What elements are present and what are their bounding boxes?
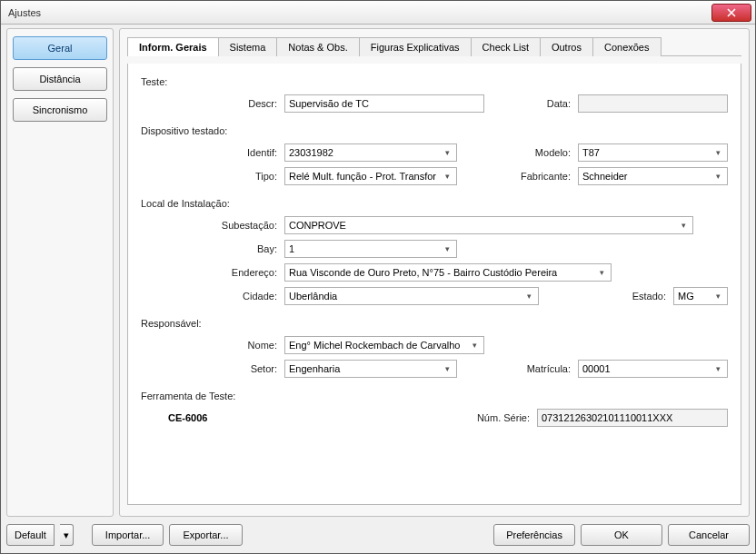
descr-input[interactable]	[284, 94, 484, 113]
numserie-label: Núm. Série:	[457, 412, 530, 423]
matricula-label: Matrícula:	[507, 363, 571, 374]
endereco-label: Endereço:	[141, 267, 277, 278]
cidade-combo[interactable]: Uberlândia	[284, 287, 539, 305]
setor-label: Setor:	[141, 363, 277, 374]
importar-button[interactable]: Importar...	[92, 524, 164, 546]
section-ferramenta-title: Ferramenta de Teste:	[141, 391, 728, 401]
chevron-down-icon	[467, 338, 482, 352]
sidebar-item-sincronismo[interactable]: Sincronismo	[13, 98, 107, 122]
chevron-down-icon	[711, 361, 725, 376]
tab-conexoes[interactable]: Conexões	[592, 37, 662, 56]
sidebar-item-label: Distância	[39, 74, 80, 84]
identif-label: Identif:	[141, 147, 277, 158]
chevron-down-icon	[711, 289, 725, 303]
sidebar-item-label: Sincronismo	[33, 104, 88, 115]
descr-label: Descr:	[141, 98, 277, 109]
chevron-down-icon	[440, 169, 454, 183]
chevron-down-icon	[594, 265, 609, 280]
section-responsavel-title: Responsável:	[141, 318, 728, 329]
nome-combo[interactable]: Eng° Michel Rockembach de Carvalho	[284, 336, 484, 354]
fabricante-label: Fabricante:	[507, 171, 571, 182]
endereco-combo[interactable]: Rua Visconde de Ouro Preto, N°75 - Bairr…	[284, 263, 612, 282]
exportar-button[interactable]: Exportar...	[169, 524, 242, 546]
cancelar-button[interactable]: Cancelar	[668, 524, 750, 546]
estado-label: Estado:	[602, 291, 666, 302]
tab-notas-obs[interactable]: Notas & Obs.	[276, 37, 359, 56]
close-icon	[727, 8, 736, 17]
modelo-combo[interactable]: T87	[578, 143, 728, 162]
chevron-down-icon	[440, 242, 454, 256]
data-label: Data:	[507, 98, 571, 109]
chevron-down-icon	[440, 145, 454, 160]
data-input[interactable]	[578, 94, 728, 113]
bay-label: Bay:	[141, 243, 277, 254]
subestacao-label: Subestação:	[141, 220, 277, 231]
titlebar: Ajustes	[1, 1, 755, 25]
sidebar: Geral Distância Sincronismo	[6, 28, 114, 517]
default-button[interactable]: Default	[6, 524, 55, 546]
sidebar-item-distancia[interactable]: Distância	[13, 67, 107, 91]
modelo-label: Modelo:	[507, 147, 571, 158]
window-title: Ajustes	[8, 7, 711, 18]
fabricante-combo[interactable]: Schneider	[578, 167, 728, 185]
cidade-label: Cidade:	[141, 291, 277, 302]
identif-combo[interactable]: 23031982	[284, 143, 457, 162]
tab-inform-gerais[interactable]: Inform. Gerais	[127, 37, 219, 56]
section-teste-title: Teste:	[141, 76, 728, 87]
section-local-title: Local de Instalação:	[141, 198, 728, 209]
default-dropdown[interactable]: ▾	[60, 524, 74, 546]
sidebar-item-label: Geral	[48, 43, 73, 54]
preferencias-button[interactable]: Preferências	[493, 524, 575, 546]
nome-label: Nome:	[141, 340, 277, 351]
tab-figuras[interactable]: Figuras Explicativas	[359, 37, 472, 56]
chevron-down-icon	[440, 361, 454, 376]
tab-checklist[interactable]: Check List	[471, 37, 541, 56]
setor-combo[interactable]: Engenharia	[284, 360, 457, 378]
tool-name: CE-6006	[168, 412, 207, 423]
chevron-down-icon	[711, 169, 725, 183]
ok-button[interactable]: OK	[581, 524, 662, 546]
tab-outros[interactable]: Outros	[540, 37, 593, 56]
footer: Default ▾ Importar... Exportar... Prefer…	[6, 522, 750, 548]
numserie-input[interactable]	[537, 409, 728, 427]
tipo-label: Tipo:	[141, 171, 277, 182]
section-dispositivo-title: Dispositivo testado:	[141, 125, 728, 136]
tipo-combo[interactable]: Relé Mult. função - Prot. Transfor	[284, 167, 457, 185]
matricula-combo[interactable]: 00001	[578, 360, 728, 378]
bay-combo[interactable]: 1	[284, 240, 457, 258]
close-button[interactable]	[711, 4, 751, 22]
tab-strip: Inform. Gerais Sistema Notas & Obs. Figu…	[127, 36, 741, 56]
estado-combo[interactable]: MG	[673, 287, 728, 305]
tab-body: Teste: Descr: Data: Dispositivo testado:…	[127, 64, 741, 505]
sidebar-item-geral[interactable]: Geral	[13, 36, 107, 60]
subestacao-combo[interactable]: CONPROVE	[284, 216, 693, 234]
chevron-down-icon	[711, 145, 725, 160]
tab-sistema[interactable]: Sistema	[218, 37, 278, 56]
main-panel: Inform. Gerais Sistema Notas & Obs. Figu…	[119, 28, 750, 517]
chevron-down-icon: ▾	[64, 529, 69, 541]
chevron-down-icon	[676, 218, 691, 232]
chevron-down-icon	[522, 289, 536, 303]
